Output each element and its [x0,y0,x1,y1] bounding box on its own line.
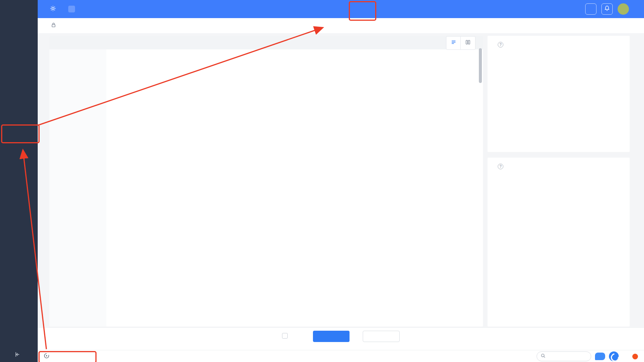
list-view-icon [451,39,457,47]
upgrade-badge-icon [632,354,638,359]
collapse-sidebar-button[interactable] [14,351,21,358]
recommended-permissions-panel: ? [488,158,630,327]
module-column-background [49,49,106,327]
status-bar-left [42,350,64,362]
table-body [49,49,483,327]
help-icon[interactable]: ? [498,42,503,48]
sidebar [0,0,38,362]
help-icon[interactable]: ? [498,164,503,169]
panel-title-row: ? [488,158,630,173]
top-header [38,0,644,18]
avatar[interactable] [618,3,629,15]
sidebar-items [0,0,38,2]
workspace-switcher[interactable] [42,353,55,360]
panel-title-row: ? [488,36,630,51]
search-icon [541,353,546,360]
status-bar [38,350,644,362]
action-bar [38,327,644,350]
bell-icon [604,5,610,13]
column-view-icon [465,39,471,47]
lock-icon [51,22,57,29]
table-scrollbar[interactable] [479,48,482,83]
breadcrumb [50,0,75,18]
breadcrumb-dropdown-chip[interactable] [68,6,75,12]
add-button[interactable] [585,3,596,15]
brand-logo-icon[interactable] [609,351,619,361]
status-bar-right [537,350,638,362]
gear-icon [50,5,56,13]
module-column-header [49,36,106,49]
header-actions [585,0,629,18]
permission-table [49,36,483,327]
package-column-header [267,36,304,49]
workspace-icon [44,353,49,360]
ai-assistant-icon[interactable] [595,353,605,360]
search-box[interactable] [537,351,591,361]
table-header [49,36,483,49]
dependent-permissions-panel: ? [488,36,630,152]
select-all-checkbox[interactable] [282,333,288,339]
list-view-button[interactable] [446,36,461,50]
permission-toolbar [38,18,644,33]
save-button[interactable] [313,331,350,342]
page: ? ? [0,0,644,362]
column-view-button[interactable] [460,36,475,50]
select-all [282,333,291,339]
notifications-button[interactable] [601,3,613,15]
collapse-icon [14,353,21,359]
back-button[interactable] [363,331,400,342]
search-input[interactable] [548,353,587,360]
